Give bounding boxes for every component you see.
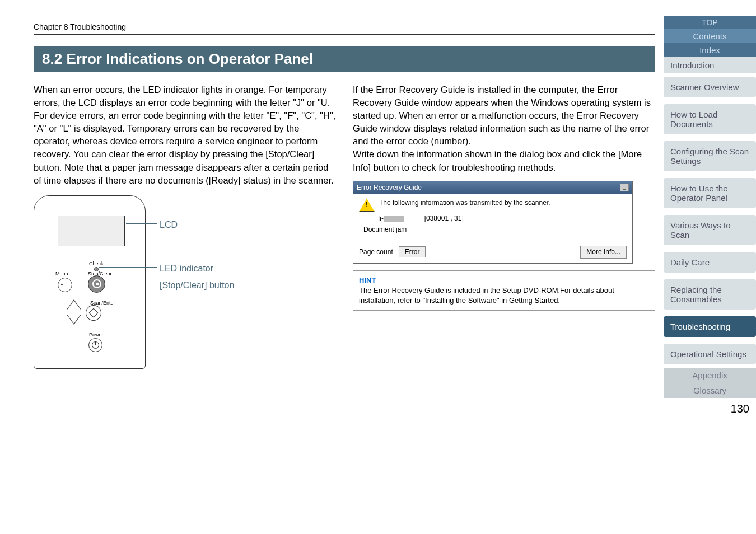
- erg-docjam-text: Document jam: [363, 225, 627, 235]
- operator-panel-diagram: Check Menu Stop/Clear Scan/Enter Power: [34, 195, 291, 369]
- erg-message: The following information was transmitte…: [379, 198, 550, 208]
- nav-appendix[interactable]: Appendix: [664, 368, 756, 383]
- lcd-screen: [58, 216, 125, 246]
- right-paragraph-1: If the Error Recovery Guide is installed…: [353, 83, 655, 148]
- power-button-icon: [88, 338, 102, 352]
- nav-daily-care[interactable]: Daily Care: [664, 252, 756, 273]
- error-recovery-guide-window: Error Recovery Guide _ ! The following i…: [353, 181, 633, 264]
- hint-text: The Error Recovery Guide is included in …: [359, 285, 649, 306]
- menu-label: Menu: [55, 270, 68, 278]
- menu-button-icon: [58, 278, 72, 292]
- erg-window-title: Error Recovery Guide: [357, 183, 422, 193]
- nav-ways-to-scan[interactable]: Various Ways to Scan: [664, 215, 756, 245]
- error-button[interactable]: Error: [399, 246, 426, 257]
- chapter-header: Chapter 8 Troubleshooting: [34, 22, 655, 35]
- warning-icon: !: [359, 198, 375, 212]
- nav-troubleshooting[interactable]: Troubleshooting: [664, 316, 756, 337]
- section-number: 8.2: [42, 50, 62, 67]
- hint-box: HINT The Error Recovery Guide is include…: [353, 270, 655, 311]
- check-label: Check: [89, 260, 104, 268]
- nav-scan-settings[interactable]: Configuring the Scan Settings: [664, 141, 756, 171]
- erg-error-code: [038001 , 31]: [424, 214, 464, 222]
- nav-scanner-overview[interactable]: Scanner Overview: [664, 77, 756, 97]
- stop-clear-button-icon: [88, 275, 105, 293]
- more-info-button[interactable]: More Info...: [580, 246, 627, 259]
- erg-model-obscured: [384, 216, 404, 222]
- nav-index[interactable]: Index: [664, 43, 756, 57]
- lcd-callout: LCD: [160, 219, 178, 231]
- sidebar-nav: TOP Contents Index Introduction Scanner …: [664, 0, 756, 534]
- hint-label: HINT: [359, 275, 649, 285]
- page-number: 130: [664, 398, 756, 420]
- nav-top[interactable]: TOP: [664, 16, 756, 29]
- nav-introduction[interactable]: Introduction: [664, 57, 756, 73]
- nav-consumables[interactable]: Replacing the Consumables: [664, 279, 756, 310]
- section-title-text: Error Indications on Operator Panel: [66, 50, 313, 67]
- erg-model-prefix: fi-: [378, 214, 384, 222]
- power-label: Power: [89, 331, 104, 339]
- left-paragraph: When an error occurs, the LED indicator …: [34, 83, 336, 187]
- led-callout: LED indicator: [160, 263, 213, 275]
- nav-glossary[interactable]: Glossary: [664, 383, 756, 398]
- nav-operational-settings[interactable]: Operational Settings: [664, 344, 756, 364]
- right-paragraph-2: Write down the information shown in the …: [353, 148, 655, 174]
- panel-outline: Check Menu Stop/Clear Scan/Enter Power: [34, 195, 146, 369]
- section-title: 8.2 Error Indications on Operator Panel: [34, 46, 655, 72]
- nav-contents[interactable]: Contents: [664, 29, 756, 43]
- erg-pagecount-label: Page count: [359, 248, 393, 256]
- stopclear-callout: [Stop/Clear] button: [160, 279, 234, 292]
- nav-load-documents[interactable]: How to Load Documents: [664, 104, 756, 134]
- minimize-icon[interactable]: _: [620, 184, 629, 191]
- nav-operator-panel[interactable]: How to Use the Operator Panel: [664, 178, 756, 208]
